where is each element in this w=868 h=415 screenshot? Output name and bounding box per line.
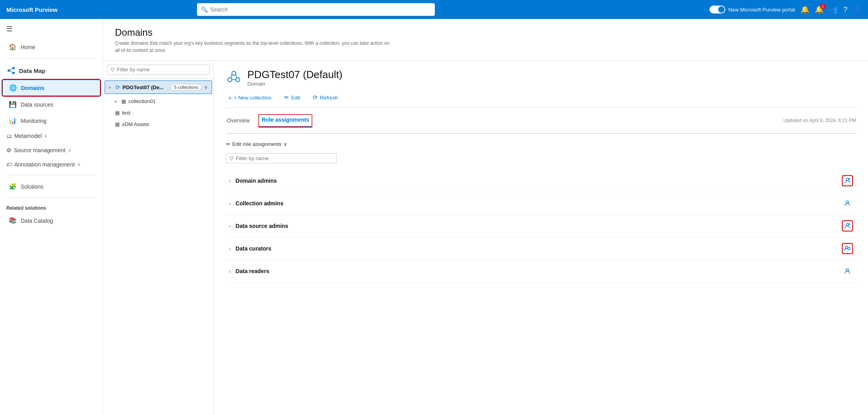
svg-point-5 — [232, 71, 236, 75]
role-name-data-readers: Data readers — [235, 268, 837, 274]
toggle-track[interactable] — [709, 6, 725, 13]
filter-input-wrap[interactable]: ▽ — [107, 65, 210, 75]
domains-icon: 🌐 — [9, 84, 17, 92]
search-input[interactable] — [210, 6, 431, 13]
tabs: Overview Role assignments — [226, 114, 784, 127]
filter-input[interactable] — [117, 67, 206, 73]
topnav-right: New Microsoft Purview portal 🔔 🔔 1 👥 ? 👤 — [709, 5, 862, 14]
role-chevron-data-curators: › — [229, 246, 231, 252]
sidebar-divider-1 — [6, 58, 96, 59]
search-bar[interactable]: 🔍 — [197, 3, 435, 16]
svg-point-0 — [8, 69, 10, 72]
edit-button[interactable]: ✏ Edit — [282, 92, 302, 103]
new-collection-button[interactable]: + + New collection — [226, 93, 274, 103]
svg-point-15 — [846, 224, 849, 226]
page-title: Domains — [115, 27, 856, 38]
role-name-domain-admins: Domain admins — [235, 178, 837, 184]
domain-icon-wrap — [226, 69, 242, 84]
edit-role-chevron: ∨ — [283, 141, 287, 147]
tab-overview[interactable]: Overview — [226, 114, 250, 128]
role-row-domain-admins[interactable]: › Domain admins — [226, 170, 856, 192]
main-content: Domains Create domains that match your o… — [103, 19, 868, 415]
alerts-icon[interactable]: 🔔 1 — [815, 5, 824, 14]
data-readers-user-icon — [842, 266, 853, 277]
sidebar-item-solutions[interactable]: 🧩 Solutions — [2, 179, 100, 194]
solutions-icon: 🧩 — [9, 183, 17, 190]
tab-role-assignments[interactable]: Role assignments — [258, 114, 312, 128]
sidebar-item-monitoring[interactable]: 📊 Monitoring — [2, 113, 100, 128]
svg-line-9 — [236, 75, 237, 78]
sidebar: ☰ 🏠 Home Data Map 🌐 Domains 💾 Data sourc… — [0, 19, 103, 415]
role-name-collection-admins: Collection admins — [235, 200, 837, 207]
collections-badge: 5 collections — [170, 84, 202, 90]
related-solutions-label: Related solutions — [0, 201, 103, 212]
root-collection-name: PDGTest07 (De... — [122, 84, 168, 90]
svg-point-18 — [845, 246, 848, 249]
domain-title-area: PDGTest07 (Default) Domain — [247, 69, 342, 87]
hamburger-button[interactable]: ☰ — [0, 19, 103, 39]
collection-root-item[interactable]: ▸ ⟳ PDGTest07 (De... 5 collections ∨ — [105, 80, 212, 94]
edit-role-assignments-button[interactable]: ✏ Edit role assignments ∨ — [226, 140, 287, 148]
role-filter-bar[interactable]: ▽ — [226, 153, 337, 163]
sub-collection-test[interactable]: ▦ test — [103, 107, 214, 119]
sidebar-item-domains[interactable]: 🌐 Domains — [2, 80, 100, 96]
notifications-icon[interactable]: 🔔 — [801, 5, 809, 14]
data-map-label: Data Map — [19, 67, 46, 74]
sidebar-annotation-label: Annotation management — [14, 161, 75, 168]
user-icon[interactable]: 👤 — [853, 5, 862, 14]
metamodel-icon: 🗂 — [6, 133, 12, 139]
data-source-admins-add-icon[interactable] — [842, 220, 853, 231]
data-map-icon — [6, 66, 16, 75]
annotation-chevron: ∨ — [77, 162, 81, 167]
svg-point-2 — [12, 72, 15, 74]
sidebar-item-metamodel[interactable]: 🗂 Metamodel ∨ — [0, 129, 103, 143]
tab-overview-label: Overview — [227, 117, 250, 124]
metamodel-chevron: ∨ — [44, 133, 48, 139]
sidebar-item-data-sources[interactable]: 💾 Data sources — [2, 97, 100, 112]
roles-list: › Domain admins › Collection admins — [226, 170, 856, 283]
domain-title: PDGTest07 (Default) — [247, 69, 342, 81]
svg-point-19 — [848, 247, 850, 250]
data-map-header: Data Map — [0, 62, 103, 79]
sub-chevron-1: ▸ — [115, 99, 117, 104]
root-expand-chevron: ▸ — [109, 85, 111, 90]
help-icon[interactable]: ? — [843, 6, 847, 14]
sidebar-item-data-catalog[interactable]: 📚 Data Catalog — [2, 213, 100, 228]
domain-admins-add-icon[interactable] — [842, 175, 853, 186]
home-icon: 🏠 — [9, 43, 17, 51]
sidebar-item-home[interactable]: 🏠 Home — [2, 39, 100, 55]
sidebar-item-source-management[interactable]: ⚙ Source management ∨ — [0, 143, 103, 157]
plus-icon: + — [228, 94, 232, 101]
sub-collection-collection01[interactable]: ▸ ▦ collection01 — [103, 96, 214, 107]
role-name-data-curators: Data curators — [235, 245, 837, 252]
data-curators-add-icon[interactable] — [842, 243, 853, 254]
sub-collection-xdm[interactable]: ▦ xDM Assets — [103, 119, 214, 130]
topnav: Microsoft Purview 🔍 New Microsoft Purvie… — [0, 0, 868, 19]
role-row-data-curators[interactable]: › Data curators — [226, 237, 856, 260]
sidebar-divider-3 — [6, 198, 96, 198]
role-filter-input[interactable] — [236, 155, 333, 161]
alert-badge: 1 — [820, 4, 826, 9]
sidebar-item-annotation-management[interactable]: 🏷 Annotation management ∨ — [0, 157, 103, 172]
tab-role-label: Role assignments — [262, 117, 309, 123]
role-row-data-readers[interactable]: › Data readers — [226, 260, 856, 283]
role-row-collection-admins[interactable]: › Collection admins — [226, 192, 856, 215]
subcoll-icon-1: ▦ — [121, 98, 126, 104]
sidebar-sourcemgmt-label: Source management — [14, 147, 65, 153]
edit-pencil-icon: ✏ — [226, 141, 230, 147]
refresh-button[interactable]: ⟳ Refresh — [310, 92, 340, 103]
filter-icon: ▽ — [111, 67, 115, 73]
role-row-data-source-admins[interactable]: › Data source admins — [226, 215, 856, 237]
sidebar-domains-label: Domains — [21, 85, 44, 91]
source-mgmt-icon: ⚙ — [6, 147, 11, 153]
share-icon[interactable]: 👥 — [829, 5, 838, 14]
portal-toggle[interactable]: New Microsoft Purview portal — [709, 6, 795, 13]
sidebar-solutions-label: Solutions — [21, 184, 44, 190]
toggle-thumb — [718, 6, 725, 13]
sub-coll-name-3: xDM Assets — [122, 121, 149, 127]
domain-type: Domain — [247, 81, 342, 87]
sidebar-home-label: Home — [21, 44, 35, 50]
refresh-icon: ⟳ — [313, 94, 318, 101]
edit-role-label: Edit role assignments — [232, 141, 281, 147]
toggle-label: New Microsoft Purview portal — [728, 7, 795, 13]
